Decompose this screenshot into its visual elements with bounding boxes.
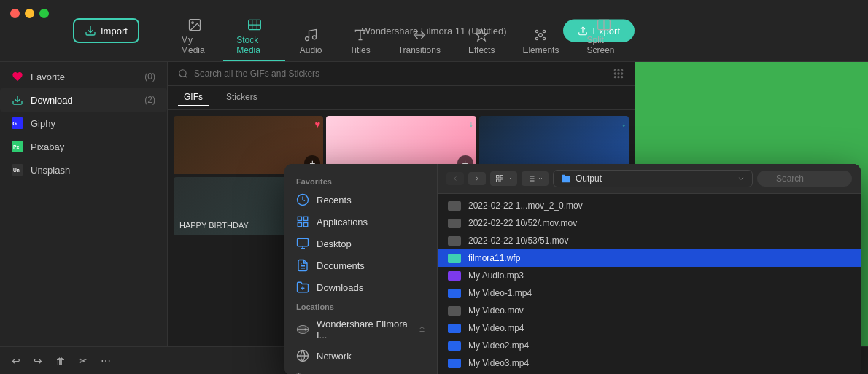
file-row[interactable]: My Video2.mp4	[438, 337, 861, 354]
svg-point-21	[621, 69, 623, 71]
tab-titles[interactable]: Titles	[336, 23, 383, 61]
svg-rect-38	[304, 223, 308, 227]
search-icon	[178, 69, 188, 79]
back-button[interactable]	[446, 172, 464, 185]
minimize-window-button[interactable]	[25, 9, 34, 18]
svg-point-25	[614, 77, 616, 78]
svg-point-23	[618, 73, 619, 74]
close-window-button[interactable]	[10, 9, 20, 18]
file-type-icon	[448, 324, 461, 333]
clock-icon	[296, 193, 309, 206]
import-label: Import	[101, 26, 128, 36]
file-type-icon	[448, 219, 461, 228]
file-row[interactable]: My Video3.mp4	[438, 354, 861, 372]
svg-point-6	[536, 30, 538, 32]
tab-my-media[interactable]: My Media	[168, 13, 222, 61]
undo-button[interactable]: ↩	[9, 352, 23, 370]
tab-split-screen[interactable]: Split Screen	[573, 13, 635, 61]
file-row[interactable]: My Video-1.mp4	[438, 284, 861, 302]
sort-button[interactable]	[522, 171, 549, 186]
file-row[interactable]: My Video.mp4	[438, 319, 861, 337]
import-button[interactable]: Import	[73, 18, 139, 43]
chevron-left-icon	[452, 175, 459, 182]
eject-icon	[419, 326, 425, 333]
svg-point-18	[179, 70, 186, 77]
svg-point-43	[305, 329, 306, 330]
network-icon	[296, 349, 309, 362]
dialog-item-documents[interactable]: Documents	[284, 254, 437, 276]
dialog-sidebar: Favorites Recents Applications Desktop	[284, 164, 438, 374]
tab-transitions[interactable]: Transitions	[385, 23, 454, 61]
dialog-tags-label: Tags	[284, 367, 437, 374]
forward-button[interactable]	[468, 172, 486, 185]
tab-audio[interactable]: Audio	[287, 23, 336, 61]
dialog-item-desktop[interactable]: Desktop	[284, 233, 437, 254]
delete-button[interactable]: 🗑	[53, 352, 69, 370]
svg-point-22	[614, 73, 616, 74]
tab-effects-label: Effects	[468, 45, 495, 55]
file-list: 2022-02-22 1...mov_2_0.mov2022-02-22 10/…	[438, 194, 861, 374]
svg-point-3	[306, 37, 309, 41]
svg-point-27	[621, 77, 623, 78]
dialog-item-network[interactable]: Network	[284, 345, 437, 367]
dialog-search-input[interactable]	[757, 171, 852, 187]
file-row[interactable]: 2022-02-22 10/53/51.mov	[438, 232, 861, 249]
location-breadcrumb[interactable]: Output	[553, 170, 753, 187]
search-input[interactable]	[194, 69, 607, 79]
tab-stock-media[interactable]: Stock Media	[223, 13, 285, 61]
file-row[interactable]: My Audio.mp3	[438, 267, 861, 284]
sidebar-item-pixabay[interactable]: Px Pixabay	[0, 135, 167, 158]
tab-elements[interactable]: Elements	[509, 23, 572, 61]
tab-stock-media-label: Stock Media	[236, 35, 272, 55]
desktop-icon	[296, 237, 309, 250]
window-controls	[0, 9, 59, 18]
file-row[interactable]: filmora11.wfp	[438, 249, 861, 267]
left-sidebar: Favorite (0) Download (2) G Giphy Px Pix…	[0, 62, 168, 374]
download-icon[interactable]: ↓	[621, 119, 626, 129]
media-label: HAPPY BIRTHDAY	[179, 221, 249, 230]
tab-effects[interactable]: Effects	[455, 23, 508, 61]
nav-tabs: My Media Stock Media Audio Titles	[168, 13, 635, 61]
sort-icon	[527, 174, 535, 183]
dialog-item-applications[interactable]: Applications	[284, 211, 437, 233]
svg-rect-36	[304, 217, 308, 220]
sidebar-item-unsplash[interactable]: Un Unsplash	[0, 158, 167, 182]
dialog-main: Output 🔍 2022-02-22 1...mov_2_0.mov2022-…	[438, 164, 861, 374]
sidebar-item-favorite[interactable]: Favorite (0)	[0, 65, 167, 88]
heart-icon[interactable]: ♥	[315, 119, 321, 130]
file-type-icon	[448, 306, 461, 316]
tab-stickers[interactable]: Stickers	[220, 89, 263, 106]
file-row[interactable]: 2022-02-22 10/52/.mov.mov	[438, 214, 861, 232]
file-name: My Video2.mp4	[468, 340, 529, 351]
list-view-icon	[495, 174, 504, 183]
search-bar	[168, 62, 635, 86]
sidebar-download-badge: (2)	[144, 95, 155, 105]
view-toggle-button[interactable]	[490, 171, 517, 186]
maximize-window-button[interactable]	[39, 9, 49, 18]
dialog-documents-label: Documents	[317, 260, 365, 271]
file-name: My Video.mov	[468, 305, 524, 316]
grid-options-icon[interactable]	[613, 68, 624, 79]
sidebar-favorite-badge: (0)	[144, 71, 155, 82]
dialog-applications-label: Applications	[317, 217, 368, 227]
more-button[interactable]: ⋯	[98, 352, 114, 370]
svg-rect-49	[500, 179, 503, 182]
dialog-desktop-label: Desktop	[317, 238, 352, 249]
cut-button[interactable]: ✂	[76, 352, 90, 370]
hdd-icon	[296, 323, 309, 336]
chevron-down-icon[interactable]	[737, 175, 745, 182]
download-icon[interactable]: ↓	[469, 119, 473, 129]
svg-point-24	[621, 73, 623, 74]
file-row[interactable]: 2022-02-22 1...mov_2_0.mov	[438, 197, 861, 214]
dialog-recents-label: Recents	[317, 195, 352, 206]
chevron-down-icon	[538, 176, 543, 182]
dialog-item-recents[interactable]: Recents	[284, 189, 437, 211]
dialog-item-filmora[interactable]: Wondershare Filmora I...	[284, 314, 437, 345]
tab-gifs[interactable]: GIFs	[178, 89, 209, 106]
svg-rect-47	[500, 176, 503, 179]
sidebar-item-giphy[interactable]: G Giphy	[0, 112, 167, 135]
redo-button[interactable]: ↪	[31, 352, 45, 370]
file-row[interactable]: My Video.mov	[438, 302, 861, 319]
dialog-item-downloads[interactable]: Downloads	[284, 276, 437, 298]
sidebar-item-download[interactable]: Download (2)	[0, 88, 167, 112]
